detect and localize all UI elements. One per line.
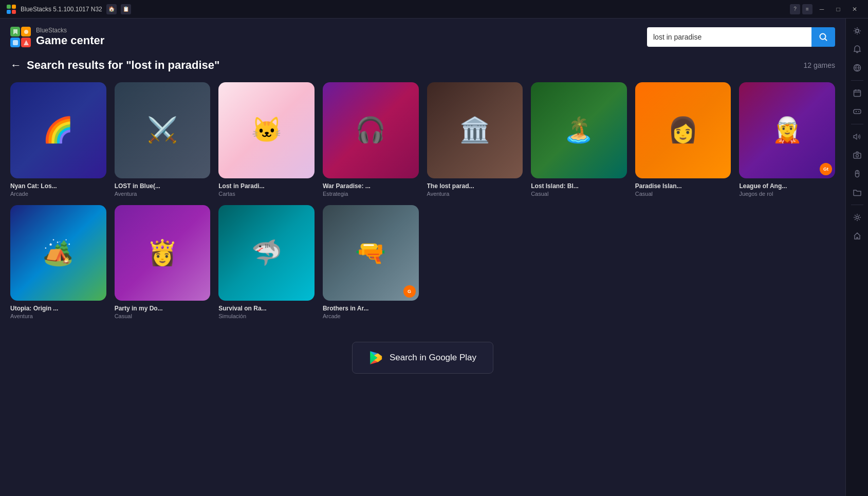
sidebar-icon-globe[interactable] xyxy=(849,60,865,76)
game-genre-war-paradise: Estrategia xyxy=(323,191,419,197)
game-card-war-paradise[interactable]: 🎧War Paradise: ...Estrategia xyxy=(323,82,419,197)
game-thumb-war-paradise: 🎧 xyxy=(323,82,419,178)
header: BlueStacks Game center xyxy=(10,19,835,53)
logo-cell-orange xyxy=(21,27,31,36)
game-card-lost-island[interactable]: 🏝️Lost Island: Bl...Casual xyxy=(531,82,627,197)
svg-point-11 xyxy=(856,216,858,219)
results-title: Search results for "lost in paradise" xyxy=(27,59,219,72)
sidebar-icon-gamepad[interactable] xyxy=(849,103,865,120)
sidebar-icon-settings[interactable] xyxy=(849,23,865,39)
back-button[interactable]: ← Search results for "lost in paradise" xyxy=(10,59,219,72)
bluestacks-logo xyxy=(10,27,31,47)
menu-icon[interactable]: ≡ xyxy=(802,4,812,14)
logo-cell-blue xyxy=(10,38,20,47)
sidebar-icon-camera[interactable] xyxy=(849,147,865,163)
close-button[interactable]: ✕ xyxy=(847,4,862,14)
svg-point-13 xyxy=(24,30,28,34)
game-card-utopia[interactable]: 🏕️Utopia: Origin ...Aventura xyxy=(10,205,106,320)
svg-point-4 xyxy=(856,29,859,32)
game-card-the-lost-parad[interactable]: 🏛️The lost parad...Aventura xyxy=(427,82,523,197)
search-button[interactable] xyxy=(811,27,835,47)
game-title-party: Party in my Do... xyxy=(115,305,211,312)
game-thumb-nyan-cat: 🌈 xyxy=(10,82,106,178)
search-input[interactable] xyxy=(647,27,811,47)
clip-titlebar-icon[interactable]: 📋 xyxy=(121,4,131,14)
game-genre-lost-in-blue: Aventura xyxy=(115,191,211,197)
games-grid-row1: 🌈Nyan Cat: Los...Arcade⚔️LOST in Blue(..… xyxy=(10,82,835,319)
game-title-the-lost-parad: The lost parad... xyxy=(427,182,523,190)
game-title-raft: Survival on Ra... xyxy=(218,305,315,312)
game-card-party[interactable]: 👸Party in my Do...Casual xyxy=(115,205,211,320)
game-card-nyan-cat[interactable]: 🌈Nyan Cat: Los...Arcade xyxy=(10,82,106,197)
game-title-nyan-cat: Nyan Cat: Los... xyxy=(10,182,106,190)
product-label: Game center xyxy=(36,34,104,47)
game-title-lost-island: Lost Island: Bl... xyxy=(531,182,627,190)
window-controls: ? ≡ ─ □ ✕ xyxy=(790,4,862,14)
game-title-brothers: Brothers in Ar... xyxy=(323,305,419,312)
google-play-button[interactable]: Search in Google Play xyxy=(352,342,493,374)
svg-rect-1 xyxy=(12,5,16,9)
game-thumb-raft: 🦈 xyxy=(218,205,315,301)
svg-marker-15 xyxy=(24,40,29,45)
game-genre-lost-in-paradi: Cartas xyxy=(218,191,315,197)
google-play-section: Search in Google Play xyxy=(10,332,835,394)
google-play-icon xyxy=(369,351,383,365)
game-thumb-brothers: 🔫G xyxy=(323,205,419,301)
sidebar-icon-volume[interactable] xyxy=(849,128,865,145)
sidebar-icon-mouse[interactable] xyxy=(849,166,865,182)
game-thumb-utopia: 🏕️ xyxy=(10,205,106,301)
svg-rect-3 xyxy=(12,10,16,14)
game-genre-nyan-cat: Arcade xyxy=(10,191,106,197)
sidebar-icon-config[interactable] xyxy=(849,209,865,226)
game-thumb-lost-in-blue: ⚔️ xyxy=(115,82,211,178)
logo-cell-red xyxy=(21,38,31,47)
header-left: BlueStacks Game center xyxy=(10,27,104,47)
svg-rect-0 xyxy=(7,5,11,9)
game-genre-raft: Simulación xyxy=(218,313,315,319)
game-title-lost-in-paradi: Lost in Paradi... xyxy=(218,182,315,190)
game-card-brothers[interactable]: 🔫GBrothers in Ar...Arcade xyxy=(323,205,419,320)
game-thumb-party: 👸 xyxy=(115,205,211,301)
title-bar: BlueStacks 5.1.100.1017 N32 🏠 📋 ? ≡ ─ □ … xyxy=(0,0,868,19)
sidebar-icon-calendar[interactable] xyxy=(849,85,865,101)
logo-text: BlueStacks Game center xyxy=(36,27,104,47)
sidebar-icon-home[interactable] xyxy=(849,228,865,244)
content-area: BlueStacks Game center ← Search results … xyxy=(0,19,845,496)
svg-marker-12 xyxy=(13,29,17,34)
logo-block: BlueStacks Game center xyxy=(10,27,104,47)
main-layout: BlueStacks Game center ← Search results … xyxy=(0,19,868,496)
minimize-button[interactable]: ─ xyxy=(815,4,829,14)
game-genre-utopia: Aventura xyxy=(10,313,106,319)
sidebar-icon-folder[interactable] xyxy=(849,184,865,200)
game-card-lost-in-blue[interactable]: ⚔️LOST in Blue(...Aventura xyxy=(115,82,211,197)
game-thumb-paradise-islan: 👩 xyxy=(635,82,731,178)
svg-rect-8 xyxy=(854,153,861,158)
game-genre-brothers: Arcade xyxy=(323,313,419,319)
home-titlebar-icon[interactable]: 🏠 xyxy=(106,4,117,14)
game-card-paradise-islan[interactable]: 👩Paradise Islan...Casual xyxy=(635,82,731,197)
game-card-raft[interactable]: 🦈Survival on Ra...Simulación xyxy=(218,205,315,320)
results-header: ← Search results for "lost in paradise" … xyxy=(10,53,835,82)
search-bar xyxy=(647,27,835,47)
bluestacks-logo-small xyxy=(6,4,16,14)
game-title-league-ang: League of Ang... xyxy=(739,182,835,190)
game-genre-lost-island: Casual xyxy=(531,191,627,197)
game-thumb-lost-in-paradi: 🐱 xyxy=(218,82,315,178)
sidebar-icon-notification[interactable] xyxy=(849,41,865,58)
sidebar-divider-1 xyxy=(851,80,863,81)
game-genre-league-ang: Juegos de rol xyxy=(739,191,835,197)
right-sidebar xyxy=(845,19,868,496)
game-thumb-league-ang: 🧝Gt xyxy=(739,82,835,178)
svg-rect-6 xyxy=(854,90,860,97)
maximize-button[interactable]: □ xyxy=(831,4,845,14)
game-thumb-lost-island: 🏝️ xyxy=(531,82,627,178)
title-bar-left: BlueStacks 5.1.100.1017 N32 🏠 📋 xyxy=(6,4,131,14)
google-play-label: Search in Google Play xyxy=(390,353,476,363)
svg-rect-2 xyxy=(7,10,11,14)
game-title-war-paradise: War Paradise: ... xyxy=(323,182,419,190)
game-card-league-ang[interactable]: 🧝GtLeague of Ang...Juegos de rol xyxy=(739,82,835,197)
game-card-lost-in-paradi[interactable]: 🐱Lost in Paradi...Cartas xyxy=(218,82,315,197)
game-title-paradise-islan: Paradise Islan... xyxy=(635,182,731,190)
game-badge-brothers: G xyxy=(403,285,416,298)
help-icon[interactable]: ? xyxy=(790,4,800,14)
